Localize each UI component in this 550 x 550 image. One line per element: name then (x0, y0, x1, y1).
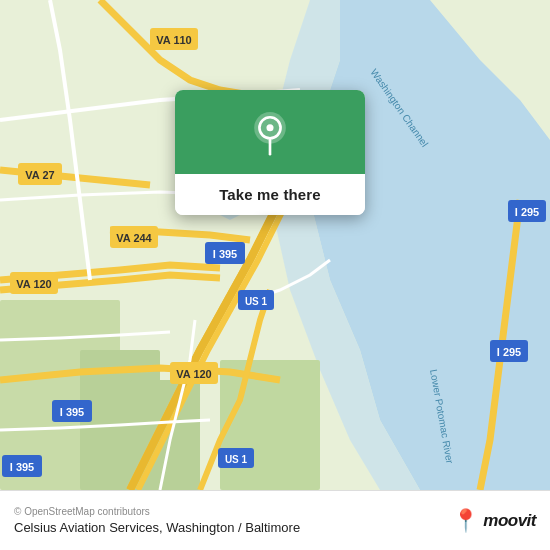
svg-text:VA 110: VA 110 (156, 34, 191, 46)
svg-text:VA 244: VA 244 (116, 232, 152, 244)
svg-text:US 1: US 1 (225, 454, 248, 465)
popup-card[interactable]: Take me there (175, 90, 365, 215)
svg-text:I 395: I 395 (213, 248, 237, 260)
moovit-logo: 📍 moovit (452, 510, 536, 532)
svg-text:I 295: I 295 (515, 206, 539, 218)
svg-text:VA 120: VA 120 (16, 278, 51, 290)
moovit-pin-icon: 📍 (452, 510, 479, 532)
svg-text:US 1: US 1 (245, 296, 268, 307)
footer: © OpenStreetMap contributors Celsius Avi… (0, 490, 550, 550)
svg-text:I 395: I 395 (10, 461, 34, 473)
footer-left: © OpenStreetMap contributors Celsius Avi… (14, 506, 300, 535)
location-title: Celsius Aviation Services, Washington / … (14, 520, 300, 535)
moovit-brand: moovit (483, 511, 536, 531)
map-container: VA 110 VA 27 VA 244 VA 120 VA 120 I 395 … (0, 0, 550, 490)
svg-text:I 295: I 295 (497, 346, 521, 358)
svg-point-34 (266, 124, 273, 131)
svg-text:I 395: I 395 (60, 406, 84, 418)
svg-text:VA 27: VA 27 (25, 169, 54, 181)
location-pin-icon (248, 112, 292, 156)
popup-header (175, 90, 365, 174)
attribution: © OpenStreetMap contributors (14, 506, 300, 517)
map-svg: VA 110 VA 27 VA 244 VA 120 VA 120 I 395 … (0, 0, 550, 490)
popup-label[interactable]: Take me there (175, 174, 365, 215)
svg-text:VA 120: VA 120 (176, 368, 211, 380)
